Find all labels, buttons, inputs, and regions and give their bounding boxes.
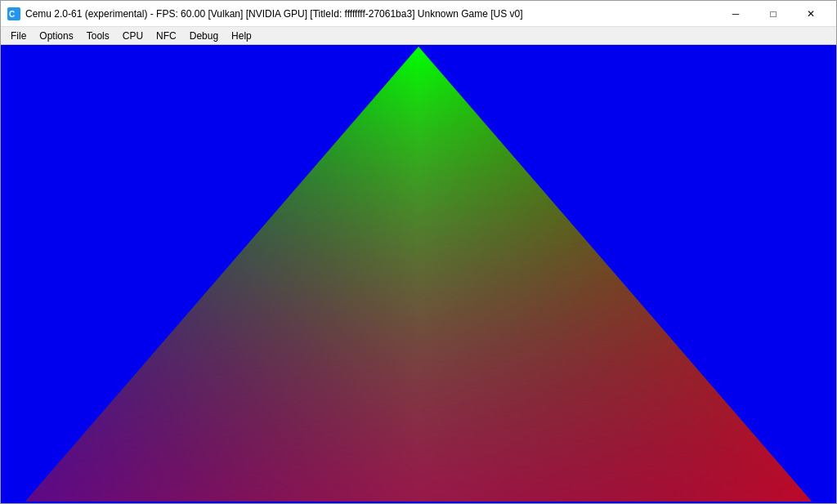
svg-text:C: C	[9, 10, 15, 19]
cemu-icon: C	[7, 7, 20, 20]
render-area	[1, 45, 836, 503]
main-window: C Cemu 2.0-61 (experimental) - FPS: 60.0…	[0, 0, 837, 504]
minimize-button[interactable]: ─	[717, 1, 754, 27]
menu-item-debug[interactable]: Debug	[183, 29, 225, 43]
title-bar: C Cemu 2.0-61 (experimental) - FPS: 60.0…	[1, 1, 836, 27]
render-canvas	[1, 45, 836, 503]
menu-item-help[interactable]: Help	[225, 29, 258, 43]
window-controls: ─ □ ✕	[717, 1, 830, 27]
close-button[interactable]: ✕	[792, 1, 830, 27]
menu-item-file[interactable]: File	[4, 29, 33, 43]
window-title: Cemu 2.0-61 (experimental) - FPS: 60.00 …	[25, 8, 523, 20]
maximize-button[interactable]: □	[754, 1, 792, 27]
title-bar-left: C Cemu 2.0-61 (experimental) - FPS: 60.0…	[7, 7, 523, 20]
menu-item-options[interactable]: Options	[33, 29, 79, 43]
menu-item-nfc[interactable]: NFC	[150, 29, 183, 43]
menu-item-tools[interactable]: Tools	[80, 29, 116, 43]
menu-bar: File Options Tools CPU NFC Debug Help	[1, 27, 836, 45]
menu-item-cpu[interactable]: CPU	[116, 29, 150, 43]
